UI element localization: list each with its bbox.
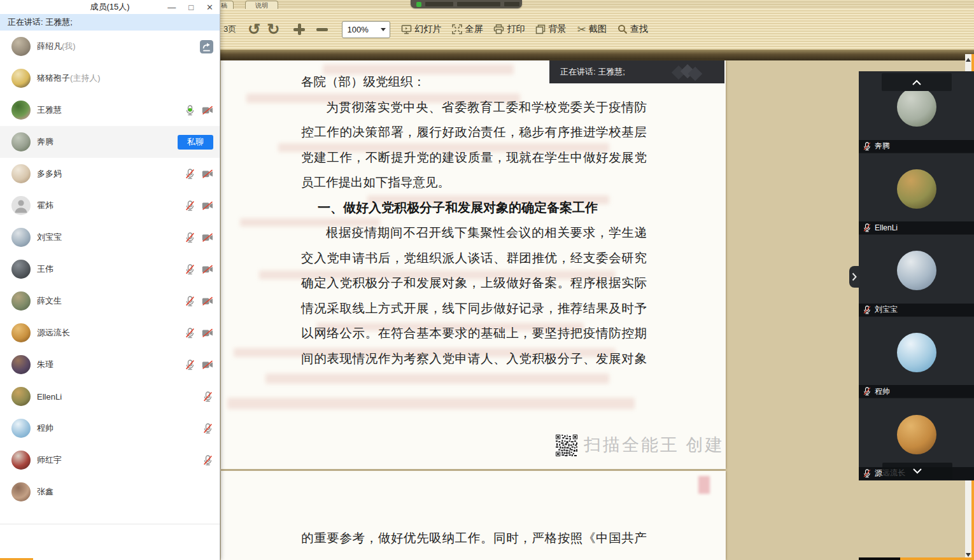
search-icon bbox=[618, 24, 628, 34]
member-row[interactable]: 猪猪孢子 (主持人) bbox=[0, 62, 220, 94]
video-name-bar: EllenLi bbox=[859, 221, 974, 234]
mic-muted-icon[interactable] bbox=[863, 142, 872, 151]
camera-muted-icon[interactable] bbox=[202, 169, 213, 179]
mic-muted-icon[interactable] bbox=[185, 296, 195, 307]
camera-muted-icon[interactable] bbox=[202, 201, 213, 211]
mic-muted-icon[interactable] bbox=[185, 232, 195, 243]
mic-muted-icon[interactable] bbox=[863, 223, 872, 232]
member-row[interactable]: 王雅慧 bbox=[0, 94, 220, 126]
member-row[interactable]: 薛文生 bbox=[0, 285, 220, 317]
video-tile[interactable]: 刘宝宝 bbox=[859, 235, 974, 317]
member-row[interactable]: EllenLi bbox=[0, 381, 220, 412]
camera-muted-icon[interactable] bbox=[202, 233, 213, 242]
mic-muted-icon bbox=[863, 305, 872, 314]
member-row[interactable]: 程帅 bbox=[0, 412, 220, 444]
document-text-line: 党建工作，不断提升党的建设质量，现就在学生中做好发展党 bbox=[301, 145, 647, 171]
member-role-tag: (我) bbox=[62, 41, 76, 52]
mic-muted-icon[interactable] bbox=[185, 328, 195, 339]
avatar bbox=[11, 228, 31, 247]
fullscreen-label: 全屏 bbox=[465, 24, 483, 35]
mic-muted-icon[interactable] bbox=[185, 264, 195, 275]
speaking-indicator-overlay: 正在讲话: 王雅慧; bbox=[549, 60, 724, 83]
member-name: 霍炜 bbox=[37, 200, 53, 211]
camera-muted-icon[interactable] bbox=[202, 360, 213, 370]
zoom-level-select[interactable]: 100% bbox=[342, 21, 390, 38]
background-button[interactable]: 背景 bbox=[535, 24, 566, 35]
mic-muted-icon[interactable] bbox=[202, 423, 213, 434]
document-heading-line: 一、做好入党积极分子和发展对象的确定备案工作 bbox=[301, 195, 647, 221]
document-text-line: 交入党申请书后，党组织派人谈话、群团推优，经支委会研究 bbox=[301, 246, 647, 271]
mic-muted-icon[interactable] bbox=[863, 387, 872, 396]
member-row[interactable]: 朱瑾 bbox=[0, 349, 220, 381]
mic-muted-icon[interactable] bbox=[863, 469, 872, 478]
member-row[interactable]: 奔腾 私聊 bbox=[0, 126, 220, 158]
participant-name: 奔腾 bbox=[875, 141, 890, 151]
video-tile[interactable]: 程帅 bbox=[859, 317, 974, 399]
member-name: 张鑫 bbox=[37, 486, 53, 498]
camera-muted-icon[interactable] bbox=[202, 328, 213, 338]
screenshot-button[interactable]: ✂ 截图 bbox=[577, 24, 606, 35]
member-status-icons bbox=[185, 105, 213, 116]
document-text-line: 确定入党积极分子和发展对象，上级做好备案。程序根据实际 bbox=[301, 270, 647, 296]
member-row[interactable]: 王伟 bbox=[0, 253, 220, 285]
member-row[interactable]: 霍炜 bbox=[0, 190, 220, 221]
member-row[interactable]: 多多妈 bbox=[0, 158, 220, 190]
minimize-button[interactable]: — bbox=[167, 3, 176, 11]
document-text-line: 员工作提出如下指导意见。 bbox=[301, 170, 647, 195]
member-status-icons bbox=[185, 360, 213, 370]
meeting-logo-watermark bbox=[671, 65, 703, 80]
member-row[interactable]: 张鑫 bbox=[0, 476, 220, 508]
participant-avatar bbox=[897, 415, 936, 454]
mic-muted-icon[interactable] bbox=[185, 169, 195, 179]
mic-muted-icon[interactable] bbox=[863, 305, 872, 314]
videos-page-up-button[interactable] bbox=[882, 73, 952, 91]
member-role-tag: (主持人) bbox=[70, 73, 101, 84]
screen-share-icon[interactable] bbox=[200, 40, 213, 53]
private-chat-button[interactable]: 私聊 bbox=[178, 135, 213, 150]
print-label: 打印 bbox=[507, 24, 525, 35]
close-button[interactable]: ✕ bbox=[206, 3, 213, 11]
member-name: 刘宝宝 bbox=[37, 232, 62, 243]
fullscreen-icon bbox=[452, 24, 462, 34]
slideshow-button[interactable]: 幻灯片 bbox=[401, 24, 441, 35]
rotate-left-button[interactable]: ↺ bbox=[248, 22, 260, 37]
rotate-right-button[interactable]: ↻ bbox=[267, 22, 279, 37]
mic-muted-icon bbox=[863, 469, 872, 478]
member-status-icons bbox=[185, 232, 213, 243]
participant-name: EllenLi bbox=[875, 223, 898, 232]
zoom-in-button[interactable] bbox=[292, 22, 306, 36]
mic-muted-icon[interactable] bbox=[202, 455, 213, 466]
find-button[interactable]: 查找 bbox=[618, 24, 648, 35]
default-avatar-icon bbox=[11, 196, 31, 215]
mic-icon[interactable] bbox=[185, 105, 195, 116]
mic-muted-icon[interactable] bbox=[202, 391, 213, 402]
videos-page-down-button[interactable] bbox=[882, 463, 952, 479]
avatar bbox=[11, 323, 31, 342]
video-tile[interactable]: EllenLi bbox=[859, 153, 974, 235]
camera-muted-icon[interactable] bbox=[202, 297, 213, 306]
member-name: 薛绍凡 bbox=[37, 41, 62, 52]
avatar bbox=[11, 419, 31, 438]
member-name: 程帅 bbox=[37, 423, 53, 434]
avatar bbox=[11, 164, 31, 183]
fullscreen-button[interactable]: 全屏 bbox=[452, 24, 483, 35]
viewer-tab-notes[interactable]: 说明 bbox=[245, 1, 278, 9]
scroll-up-arrow-icon[interactable] bbox=[966, 58, 971, 62]
scroll-down-arrow-icon[interactable] bbox=[966, 553, 971, 557]
participant-avatar bbox=[897, 251, 936, 290]
camera-muted-icon[interactable] bbox=[202, 265, 213, 274]
members-titlebar[interactable]: 成员(15人) — □ ✕ bbox=[0, 0, 220, 14]
camera-muted-icon[interactable] bbox=[202, 106, 213, 115]
member-status-icons bbox=[185, 328, 213, 339]
member-list: 薛绍凡 (我) 猪猪孢子 (主持人) 王雅慧 奔腾 私聊 多多妈 bbox=[0, 31, 220, 508]
maximize-button[interactable]: □ bbox=[188, 3, 194, 11]
member-row[interactable]: 刘宝宝 bbox=[0, 221, 220, 253]
mic-muted-icon[interactable] bbox=[185, 200, 195, 211]
collapse-panel-handle[interactable] bbox=[849, 266, 859, 288]
member-row[interactable]: 薛绍凡 (我) bbox=[0, 31, 220, 62]
mic-muted-icon[interactable] bbox=[185, 360, 195, 370]
print-button[interactable]: 打印 bbox=[493, 24, 525, 35]
member-row[interactable]: 师红宇 bbox=[0, 444, 220, 476]
member-row[interactable]: 源远流长 bbox=[0, 317, 220, 349]
zoom-out-button[interactable] bbox=[315, 22, 329, 36]
